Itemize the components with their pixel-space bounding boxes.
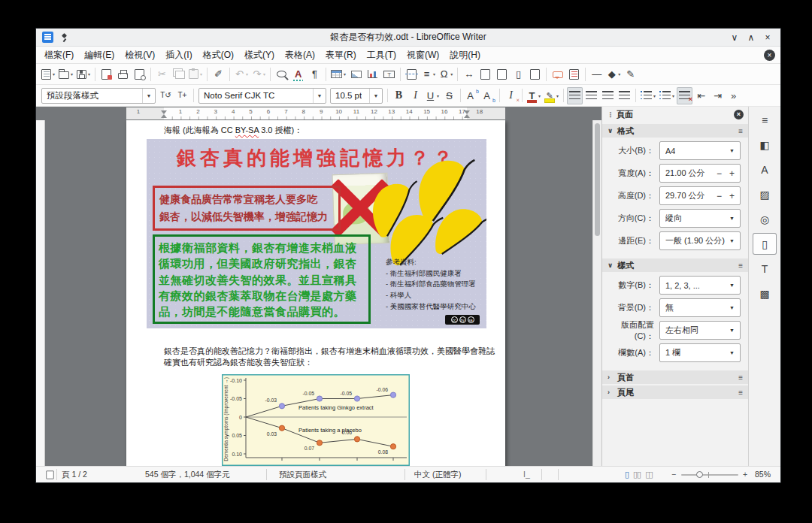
font-color-button[interactable]: T▾ xyxy=(526,87,542,104)
gallery-deck-icon[interactable]: ▨ xyxy=(753,184,776,204)
align-center-button[interactable] xyxy=(583,87,599,104)
dropdown-arrow-icon[interactable]: ▾ xyxy=(88,71,90,77)
sidebar-row-control[interactable]: 左右相同▼ xyxy=(659,321,741,340)
dropdown-arrow-icon[interactable]: ▾ xyxy=(672,93,674,98)
zoom-slider-thumb[interactable] xyxy=(696,471,703,478)
menu-item-4[interactable]: 格式(O) xyxy=(198,47,239,63)
insert-cross-reference-button[interactable] xyxy=(527,65,543,83)
dropdown-arrow-icon[interactable]: ▾ xyxy=(71,71,73,77)
style-inspector-deck-icon[interactable]: T xyxy=(753,258,776,279)
dropdown-arrow-icon[interactable]: ▾ xyxy=(200,71,202,77)
chevron-down-icon[interactable]: ▼ xyxy=(313,89,326,103)
print-button[interactable] xyxy=(115,65,131,83)
section-more-options-icon[interactable]: ≡ xyxy=(738,373,743,382)
sidebar-section-header-1[interactable]: ∨樣式≡ xyxy=(602,258,748,272)
word-count-status[interactable]: 545 個字，1,044 個字元 xyxy=(145,470,230,480)
formatting-marks-button[interactable]: ¶ xyxy=(307,65,323,83)
menu-item-2[interactable]: 檢視(V) xyxy=(120,47,160,63)
dementia-chart-image[interactable]: -0.10-0.0500.050.10Dementia symptoms (Im… xyxy=(222,374,410,466)
document-save-status-icon[interactable] xyxy=(46,470,53,479)
update-style-button[interactable]: T↺ xyxy=(158,87,174,104)
insert-page-break-button[interactable] xyxy=(404,65,420,83)
zoom-out-button[interactable]: − xyxy=(671,470,676,479)
chevron-down-icon[interactable]: ▼ xyxy=(729,216,735,221)
page-style-status[interactable]: 預設頁面樣式 xyxy=(279,470,326,480)
toolbar-overflow-button[interactable]: » xyxy=(728,90,739,101)
insert-image-button[interactable] xyxy=(348,65,364,83)
dropdown-arrow-icon[interactable]: ▾ xyxy=(263,71,265,77)
menu-item-3[interactable]: 插入(I) xyxy=(160,47,197,63)
dropdown-arrow-icon[interactable]: ▾ xyxy=(450,71,453,77)
document-page[interactable]: 海報 (此海報為 CC BY-SA 3.0 授權)： 銀杏真的能增強記憶力？？ xyxy=(126,120,505,466)
chevron-down-icon[interactable]: ▼ xyxy=(729,305,735,310)
insert-field-button[interactable]: ≡▾ xyxy=(420,65,437,83)
strikethrough-button[interactable]: S xyxy=(441,87,457,104)
page-deck-icon[interactable]: ▯ xyxy=(753,234,776,254)
page-number-status[interactable]: 頁 1 / 2 xyxy=(62,470,87,480)
align-justify-button[interactable] xyxy=(617,87,632,104)
chevron-down-icon[interactable]: ▼ xyxy=(729,148,735,153)
sidebar-section-header-2[interactable]: ›頁首≡ xyxy=(602,370,748,384)
stepper-minus-button[interactable]: − xyxy=(717,168,722,179)
highlighting-color-button[interactable]: ✎▾ xyxy=(543,87,560,104)
chevron-down-icon[interactable]: ∨ xyxy=(607,262,614,269)
vertical-scrollbar[interactable] xyxy=(592,120,601,466)
dropdown-arrow-icon[interactable]: ▾ xyxy=(53,71,55,77)
copy-button[interactable] xyxy=(171,65,186,83)
chevron-down-icon[interactable]: ▼ xyxy=(729,350,735,355)
sidebar-row-control[interactable]: A4▼ xyxy=(659,141,741,160)
insert-horizontal-line-button[interactable]: — xyxy=(589,65,604,83)
chevron-down-icon[interactable]: ▼ xyxy=(729,238,735,243)
scrollbar-thumb[interactable] xyxy=(595,123,600,236)
dropdown-arrow-icon[interactable]: ▾ xyxy=(653,93,656,98)
dropdown-arrow-icon[interactable]: ▾ xyxy=(344,71,346,77)
chevron-down-icon[interactable]: ▼ xyxy=(142,89,155,103)
decrease-indent-button[interactable]: ⇤ xyxy=(693,87,709,104)
ordered-list-button[interactable]: ▾ xyxy=(658,87,676,104)
sidebar-row-control[interactable]: 1, 2, 3, ...▼ xyxy=(659,276,741,295)
insert-hyperlink-button[interactable]: ↔ xyxy=(461,65,477,83)
vertical-ruler[interactable] xyxy=(36,120,45,466)
chevron-down-icon[interactable]: ∨ xyxy=(607,127,614,135)
basic-shapes-button[interactable]: ◆▾ xyxy=(605,65,622,83)
multi-page-view-icon[interactable]: ▯▯ xyxy=(633,470,641,479)
clone-formatting-button[interactable]: ✐ xyxy=(211,65,226,83)
dropdown-arrow-icon[interactable]: ▾ xyxy=(437,93,439,98)
clear-direct-formatting-button[interactable]: I xyxy=(503,87,519,104)
language-status[interactable]: 中文 (正體字) xyxy=(414,470,461,480)
italic-button[interactable]: I xyxy=(408,87,423,104)
section-more-options-icon[interactable]: ≡ xyxy=(738,262,743,270)
sidebar-section-header-0[interactable]: ∨格式≡ xyxy=(602,124,748,138)
subscript-button[interactable]: A xyxy=(480,87,496,104)
title-bar[interactable]: 銀杏是否有功效.odt - LibreOffice Writer ∨∧× xyxy=(36,29,780,47)
chevron-down-icon[interactable]: ▼ xyxy=(729,283,735,288)
dropdown-arrow-icon[interactable]: ▾ xyxy=(538,93,541,98)
new-style-button[interactable]: T+ xyxy=(174,87,190,104)
zoom-level-status[interactable]: 85% xyxy=(755,470,771,479)
sidebar-row-control[interactable]: 1 欄▼ xyxy=(659,343,741,362)
bold-button[interactable]: B xyxy=(391,87,407,104)
redo-button[interactable]: ↷▾ xyxy=(250,65,267,83)
increase-indent-button[interactable]: ⇥ xyxy=(710,87,726,104)
menu-item-6[interactable]: 表格(A) xyxy=(280,47,320,63)
left-indent-marker-bottom[interactable] xyxy=(161,114,167,118)
stepper-plus-button[interactable]: + xyxy=(729,191,735,201)
insert-chart-button[interactable] xyxy=(365,65,380,83)
insert-table-button[interactable]: ▾ xyxy=(329,65,347,83)
track-changes-button[interactable] xyxy=(566,65,582,83)
ginkgo-poster-image[interactable]: 銀杏真的能增強記憶力？？ xyxy=(147,139,486,328)
menu-item-10[interactable]: 說明(H) xyxy=(444,47,486,63)
chevron-down-icon[interactable]: ▼ xyxy=(369,89,382,103)
no-list-button[interactable] xyxy=(677,87,692,104)
chevron-right-icon[interactable]: › xyxy=(607,388,614,396)
new-document-button[interactable]: ▾ xyxy=(40,65,56,83)
align-right-button[interactable] xyxy=(600,87,616,104)
insert-bookmark-button[interactable]: ▯ xyxy=(511,65,526,83)
menu-item-1[interactable]: 編輯(E) xyxy=(79,47,120,63)
insert-footnote-button[interactable] xyxy=(477,65,493,83)
paste-button[interactable]: ▾ xyxy=(187,65,204,83)
menu-item-8[interactable]: 工具(T) xyxy=(362,47,401,63)
zoom-slider[interactable] xyxy=(681,474,738,476)
insert-text-box-button[interactable] xyxy=(381,65,397,83)
navigator-deck-icon[interactable]: ◎ xyxy=(753,209,776,229)
